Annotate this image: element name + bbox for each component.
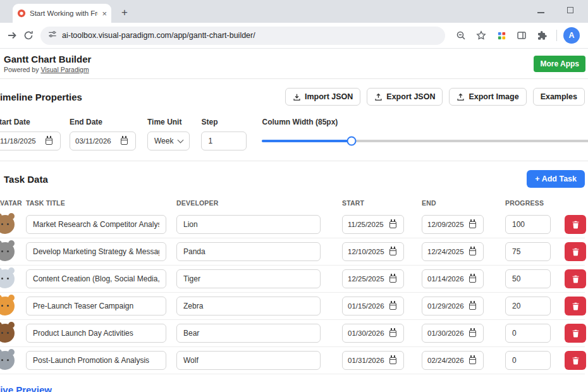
delete-task-button[interactable] (565, 215, 586, 234)
extension-colored-icon[interactable] (493, 27, 510, 44)
calendar-icon[interactable] (469, 330, 476, 337)
delete-task-button[interactable] (565, 269, 586, 288)
tab-close-icon[interactable]: × (102, 9, 107, 18)
end-date-input[interactable] (422, 324, 484, 343)
calendar-icon[interactable] (121, 138, 128, 145)
start-date-input[interactable] (342, 351, 404, 370)
calendar-icon[interactable] (389, 248, 396, 255)
task-title-input[interactable] (26, 324, 166, 343)
end-date-input[interactable] (70, 132, 136, 150)
progress-input[interactable] (505, 297, 551, 315)
minimize-icon[interactable] (537, 12, 544, 13)
progress-input[interactable] (505, 242, 551, 261)
end-date-value[interactable] (427, 221, 467, 228)
upload-icon (374, 93, 383, 101)
task-title-input[interactable] (26, 242, 166, 261)
end-date-value[interactable] (427, 329, 467, 337)
end-date-value[interactable] (75, 137, 118, 145)
end-date-input[interactable] (422, 297, 484, 315)
more-apps-button[interactable]: More Apps (534, 56, 585, 72)
export-json-button[interactable]: Export JSON (367, 88, 443, 106)
end-date-input[interactable] (422, 351, 484, 370)
start-date-value[interactable] (348, 329, 387, 337)
fox-avatar (0, 297, 15, 315)
side-panel-icon[interactable] (513, 27, 530, 44)
start-date-input[interactable] (342, 324, 404, 343)
end-date-input[interactable] (422, 215, 484, 234)
delete-task-button[interactable] (565, 351, 586, 370)
progress-input[interactable] (505, 324, 551, 343)
delete-task-button[interactable] (565, 324, 586, 343)
delete-task-button[interactable] (565, 297, 586, 315)
slider-knob[interactable] (347, 137, 357, 146)
calendar-icon[interactable] (469, 221, 476, 228)
extensions-puzzle-icon[interactable] (534, 27, 550, 44)
start-date-input[interactable] (0, 132, 61, 150)
calendar-icon[interactable] (389, 357, 396, 364)
reload-icon[interactable] (20, 27, 37, 44)
powered-by: Powered by Visual Paradigm (4, 66, 91, 73)
end-date-input[interactable] (422, 242, 484, 261)
export-image-button[interactable]: Export Image (449, 88, 526, 106)
task-data-section: Task Data + Add Task AVATAR TASK TITLE D… (0, 161, 588, 374)
developer-input[interactable] (176, 297, 321, 315)
column-width-field: Column Width (85px) (262, 118, 588, 150)
import-json-button[interactable]: Import JSON (285, 88, 360, 106)
calendar-icon[interactable] (389, 221, 396, 228)
task-title-input[interactable] (26, 215, 166, 234)
end-date-value[interactable] (427, 275, 467, 283)
bookmark-star-icon[interactable] (473, 27, 489, 44)
end-date-value[interactable] (427, 248, 467, 255)
end-date-input[interactable] (422, 269, 484, 288)
calendar-icon[interactable] (469, 357, 476, 364)
start-date-value[interactable] (348, 357, 387, 364)
developer-input[interactable] (176, 269, 321, 288)
start-date-value[interactable] (0, 137, 43, 145)
zoom-out-icon[interactable] (453, 27, 469, 44)
slider-track[interactable] (262, 140, 588, 142)
developer-input[interactable] (176, 351, 321, 370)
maximize-icon[interactable] (567, 7, 573, 13)
start-date-value[interactable] (348, 275, 387, 283)
start-date-input[interactable] (342, 242, 404, 261)
task-title-input[interactable] (26, 269, 166, 288)
task-title-input[interactable] (26, 351, 166, 370)
new-tab-button[interactable]: + (116, 4, 133, 21)
forward-icon[interactable] (4, 27, 20, 44)
developer-input[interactable] (176, 215, 321, 234)
profile-avatar[interactable]: A (563, 27, 580, 44)
delete-task-button[interactable] (565, 242, 586, 261)
developer-input[interactable] (176, 242, 321, 261)
calendar-icon[interactable] (469, 303, 476, 310)
calendar-icon[interactable] (46, 138, 52, 145)
start-date-value[interactable] (348, 302, 387, 310)
end-date-value[interactable] (427, 357, 467, 364)
calendar-icon[interactable] (389, 276, 396, 283)
address-bar[interactable]: ai-toolbox.visual-paradigm.com/app/gantt… (40, 27, 445, 45)
visual-paradigm-link[interactable]: Visual Paradigm (40, 66, 89, 73)
calendar-icon[interactable] (469, 276, 476, 283)
step-input[interactable] (201, 132, 247, 150)
browser-tab[interactable]: Start Working with Free Online × (13, 4, 111, 23)
calendar-icon[interactable] (389, 303, 396, 310)
timeline-buttons: Import JSON Export JSON Export Image Exa… (285, 88, 585, 106)
end-date-value[interactable] (427, 302, 467, 310)
start-date-input[interactable] (342, 215, 404, 234)
start-date-value[interactable] (348, 248, 387, 255)
start-date-value[interactable] (348, 221, 387, 228)
start-date-input[interactable] (342, 269, 404, 288)
add-task-button[interactable]: + Add Task (527, 170, 585, 188)
examples-button[interactable]: Examples (533, 88, 585, 106)
site-settings-icon[interactable] (48, 30, 57, 41)
calendar-icon[interactable] (469, 248, 476, 255)
start-date-input[interactable] (342, 297, 404, 315)
avatar-face (1, 278, 3, 279)
progress-input[interactable] (505, 215, 551, 234)
time-unit-select[interactable]: Week (147, 132, 190, 150)
column-width-slider[interactable] (262, 132, 588, 150)
calendar-icon[interactable] (389, 330, 396, 337)
progress-input[interactable] (505, 269, 551, 288)
developer-input[interactable] (176, 324, 321, 343)
progress-input[interactable] (505, 351, 551, 370)
task-title-input[interactable] (26, 297, 166, 315)
